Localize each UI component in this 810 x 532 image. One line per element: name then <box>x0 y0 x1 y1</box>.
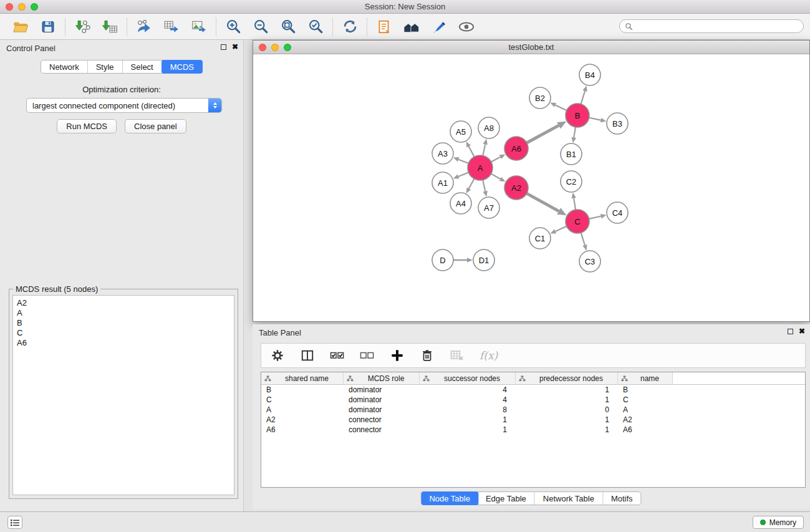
table-cell: 1 <box>516 415 618 424</box>
mcds-result-title: MCDS result (5 nodes) <box>13 284 100 294</box>
brush-icon <box>431 19 447 35</box>
result-item[interactable]: B <box>17 318 230 328</box>
float-panel-icon[interactable] <box>221 44 226 50</box>
tab-network-table[interactable]: Network Table <box>535 492 603 505</box>
tab-node-table[interactable]: Node Table <box>421 491 478 505</box>
show-columns-button[interactable] <box>300 348 315 363</box>
table-row[interactable]: A6connector11A6 <box>261 425 805 435</box>
table-cell: 1 <box>516 385 618 394</box>
export-table-button[interactable] <box>162 17 181 36</box>
result-item[interactable]: A2 <box>17 298 230 308</box>
table-row[interactable]: A2connector11A2 <box>261 415 805 425</box>
tab-style[interactable]: Style <box>88 60 123 73</box>
control-panel: Control Panel ✖ Network Style Select MCD… <box>0 40 244 511</box>
column-header-name[interactable]: name <box>618 372 673 384</box>
zoom-view-button[interactable] <box>284 44 291 51</box>
create-column-button[interactable] <box>390 348 405 363</box>
memory-status-icon <box>760 520 766 525</box>
zoom-fit-button[interactable] <box>279 17 297 36</box>
open-session-button[interactable] <box>11 17 30 36</box>
zoom-in-button[interactable] <box>224 17 243 36</box>
graph-node-label: A8 <box>484 123 494 133</box>
graph-node-label: A3 <box>438 149 448 158</box>
zoom-out-button[interactable] <box>251 17 270 36</box>
import-table-button[interactable] <box>100 17 119 36</box>
memory-button[interactable]: Memory <box>753 516 804 529</box>
graph-node-label: B2 <box>535 94 545 103</box>
float-table-panel-icon[interactable] <box>788 329 793 334</box>
task-history-button[interactable] <box>7 516 22 529</box>
home-view-button[interactable] <box>402 17 421 36</box>
network-window-controls <box>259 44 291 51</box>
table-cell: A <box>261 405 344 414</box>
column-header-shared-name[interactable]: shared name <box>261 372 344 384</box>
table-cell: 1 <box>516 425 618 434</box>
search-field[interactable] <box>619 19 804 33</box>
search-input[interactable] <box>636 22 798 31</box>
tab-motifs[interactable]: Motifs <box>603 492 641 505</box>
first-neighbors-button[interactable] <box>375 17 393 36</box>
column-header-predecessor-nodes[interactable]: predecessor nodes <box>516 372 618 384</box>
column-header-successor-nodes[interactable]: successor nodes <box>420 372 516 384</box>
zoom-fit-icon <box>280 18 297 35</box>
table-cell: C <box>618 395 673 404</box>
table-tabs: Node Table Edge Table Network Table Moti… <box>421 491 641 505</box>
import-network-icon <box>74 19 90 35</box>
export-image-button[interactable] <box>190 17 208 36</box>
table-row[interactable]: Bdominator41B <box>261 385 805 395</box>
import-network-button[interactable] <box>73 17 92 36</box>
tab-network[interactable]: Network <box>41 60 88 73</box>
window-controls <box>6 3 38 11</box>
table-row[interactable]: Cdominator41C <box>261 395 805 405</box>
export-network-button[interactable] <box>135 17 153 36</box>
close-window-button[interactable] <box>6 3 13 11</box>
table-settings-button[interactable] <box>270 348 285 363</box>
graph-node-label: A <box>478 163 483 173</box>
tab-mcds[interactable]: MCDS <box>162 60 203 74</box>
application-window: Session: New Session <box>0 0 810 532</box>
plus-icon <box>390 349 404 362</box>
mcds-result-list[interactable]: A2ABCA6 <box>12 295 234 495</box>
table-cell: 4 <box>420 385 516 394</box>
show-hide-button[interactable] <box>457 17 476 36</box>
minimize-window-button[interactable] <box>18 3 26 11</box>
criterion-dropdown[interactable]: largest connected component (directed) <box>26 98 222 113</box>
graph-node-label: A7 <box>484 203 494 213</box>
save-session-button[interactable] <box>39 17 57 36</box>
column-header-mcds-role[interactable]: MCDS role <box>344 372 420 384</box>
zoom-selected-button[interactable] <box>306 17 325 36</box>
result-item[interactable]: A <box>17 308 230 318</box>
close-panel-icon[interactable]: ✖ <box>232 43 238 51</box>
graph-node-label: A2 <box>511 183 521 193</box>
close-table-panel-icon[interactable]: ✖ <box>799 327 805 335</box>
gear-icon <box>271 349 284 362</box>
home-icon <box>403 18 420 36</box>
refresh-icon <box>342 18 359 35</box>
unchecked-boxes-icon <box>360 348 375 363</box>
tab-edge-table[interactable]: Edge Table <box>478 492 535 505</box>
network-view-window: testGlobe.txt B4B2BB3A5A8A6B1A3AA1C2A2A4… <box>253 40 810 322</box>
table-row[interactable]: Adominator80A <box>261 405 805 415</box>
optimization-criterion-label: Optimization criterion: <box>0 85 243 94</box>
deselect-all-rows-button[interactable] <box>360 348 375 363</box>
network-canvas-area[interactable]: B4B2BB3A5A8A6B1A3AA1C2A2A4A7C4CC1C3DD1 <box>253 54 809 321</box>
select-all-rows-button[interactable] <box>330 348 345 363</box>
graph-node-label: B1 <box>566 150 576 159</box>
annotation-brush-button[interactable] <box>430 17 448 36</box>
minimize-view-button[interactable] <box>271 44 279 51</box>
close-view-button[interactable] <box>259 44 266 51</box>
close-panel-button[interactable]: Close panel <box>125 119 186 133</box>
node-table-body: Bdominator41BCdominator41CAdominator80AA… <box>261 385 805 435</box>
delete-column-button[interactable] <box>420 348 435 363</box>
zoom-window-button[interactable] <box>31 3 38 11</box>
table-cell: A2 <box>261 415 344 424</box>
run-mcds-button[interactable]: Run MCDS <box>57 119 117 133</box>
network-canvas[interactable]: B4B2BB3A5A8A6B1A3AA1C2A2A4A7C4CC1C3DD1 <box>253 54 809 321</box>
list-icon <box>11 519 19 526</box>
apply-layout-button[interactable] <box>340 17 359 36</box>
tab-select[interactable]: Select <box>123 60 162 73</box>
result-item[interactable]: A6 <box>17 338 230 348</box>
graph-node-label: B <box>575 111 581 120</box>
dropdown-stepper-icon <box>208 99 221 112</box>
result-item[interactable]: C <box>17 328 230 338</box>
